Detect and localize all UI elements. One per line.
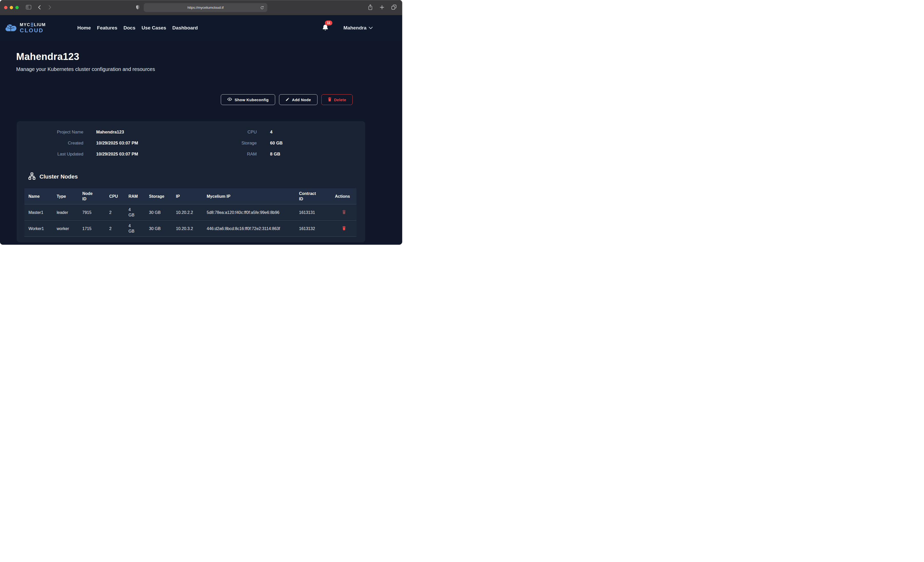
stylized-e-icon: [31, 23, 33, 27]
trash-icon: [328, 97, 332, 102]
created-value: 10/29/2025 03:07 PM: [96, 140, 190, 146]
minimize-window-button[interactable]: [10, 6, 13, 9]
node-storage: 30 GB: [145, 223, 172, 234]
page: MYC LIUM CLOUD Home Features Docs Use Ca…: [0, 15, 402, 245]
notification-count-badge: 11: [325, 21, 332, 25]
page-subtitle: Manage your Kubernetes cluster configura…: [16, 66, 402, 72]
node-storage: 30 GB: [145, 207, 172, 218]
table-row: Master1 leader 7915 2 4 GB 30 GB 10.20.2…: [24, 204, 357, 220]
last-updated-label: Last Updated: [24, 152, 83, 157]
node-id: 7915: [78, 207, 105, 218]
add-node-label: Add Node: [292, 97, 311, 102]
delete-cluster-button[interactable]: Delete: [321, 94, 352, 105]
back-button[interactable]: [37, 4, 42, 11]
tabs-overview-icon: [392, 4, 396, 10]
storage-value: 60 GB: [270, 140, 357, 146]
node-cpu: 2: [105, 207, 124, 218]
eye-icon: [227, 97, 232, 102]
notifications-button[interactable]: 11: [322, 24, 328, 32]
cluster-details-card: Project Name Mahendra123 Created 10/29/2…: [16, 121, 365, 242]
show-kubeconfig-button[interactable]: Show Kubeconfig: [221, 94, 275, 105]
trash-icon: [342, 211, 346, 215]
bell-icon: [322, 28, 328, 32]
url-text: https://myceliumcloud.tf: [188, 6, 224, 9]
sidebar-toggle-button[interactable]: [25, 4, 32, 11]
nav-item-dashboard[interactable]: Dashboard: [172, 25, 198, 31]
project-name-label: Project Name: [24, 130, 83, 135]
node-ram: 4 GB: [124, 221, 145, 236]
brand-word1-post: LIUM: [34, 22, 46, 27]
brand-wordmark: MYC LIUM CLOUD: [20, 22, 46, 33]
col-header-mycelium-ip: Mycelium IP: [202, 191, 295, 202]
col-header-ram: RAM: [124, 191, 145, 202]
nav-item-docs[interactable]: Docs: [124, 25, 135, 31]
node-name: Master1: [24, 207, 52, 218]
cluster-actions: Show Kubeconfig Add Node: [16, 94, 352, 105]
top-navigation: MYC LIUM CLOUD Home Features Docs Use Ca…: [0, 15, 402, 41]
table-row: Worker1 worker 1715 2 4 GB 30 GB 10.20.3…: [24, 220, 357, 236]
node-mycelium-ip: 5d8:78ea:a120:f40c:ff0f:a5fe:99e6:8b96: [202, 207, 295, 218]
last-updated-value: 10/29/2025 03:07 PM: [96, 152, 190, 157]
ram-label: RAM: [190, 152, 257, 157]
col-header-storage: Storage: [145, 191, 172, 202]
nav-item-use-cases[interactable]: Use Cases: [141, 25, 166, 31]
node-mycelium-ip: 446:d2a6:8bcd:8c16:ff0f:72e2:3114:863f: [202, 223, 295, 234]
created-label: Created: [24, 140, 83, 146]
node-type: worker: [52, 223, 78, 234]
user-name: Mahendra: [344, 25, 366, 31]
share-icon: [368, 4, 373, 11]
new-tab-button[interactable]: [379, 4, 385, 11]
brand-logo[interactable]: MYC LIUM CLOUD: [5, 22, 46, 33]
col-header-name: Name: [24, 191, 52, 202]
col-header-node-id: Node ID: [78, 188, 105, 204]
main-content: Mahendra123 Manage your Kubernetes clust…: [0, 15, 402, 242]
ram-value: 8 GB: [270, 152, 357, 157]
node-ram: 4 GB: [124, 205, 145, 220]
browser-window: https://myceliumcloud.tf: [0, 0, 402, 245]
nav-menu: Home Features Docs Use Cases Dashboard: [78, 25, 198, 31]
reload-button[interactable]: [259, 5, 265, 12]
nav-item-features[interactable]: Features: [97, 25, 117, 31]
plus-icon: [380, 5, 384, 10]
cpu-label: CPU: [190, 130, 257, 135]
col-header-contract-id: Contract ID: [295, 188, 331, 204]
back-arrow-icon: [38, 5, 41, 10]
cpu-value: 4: [270, 130, 357, 135]
page-title: Mahendra123: [16, 51, 402, 62]
delete-label: Delete: [334, 97, 346, 102]
url-bar[interactable]: https://myceliumcloud.tf: [144, 3, 267, 12]
brand-word2: CLOUD: [20, 28, 46, 33]
mycelium-cloud-logo-icon: [5, 23, 17, 33]
node-type: leader: [52, 207, 78, 218]
add-node-button[interactable]: Add Node: [279, 94, 318, 105]
privacy-shield-button[interactable]: [135, 4, 141, 12]
node-cpu: 2: [105, 223, 124, 234]
delete-node-button[interactable]: [342, 209, 346, 215]
user-menu[interactable]: Mahendra: [344, 25, 373, 31]
cluster-nodes-icon: [28, 172, 36, 181]
col-header-cpu: CPU: [105, 191, 124, 202]
project-info: Project Name Mahendra123 Created 10/29/2…: [24, 130, 357, 157]
node-contract-id: 1613132: [295, 223, 331, 234]
node-actions: [331, 207, 357, 218]
delete-node-button[interactable]: [342, 226, 346, 232]
zoom-window-button[interactable]: [15, 6, 19, 9]
project-name-value: Mahendra123: [96, 130, 190, 135]
node-ip: 10.20.3.2: [172, 223, 202, 234]
forward-button[interactable]: [48, 4, 52, 11]
col-header-type: Type: [52, 191, 78, 202]
nav-item-home[interactable]: Home: [78, 25, 91, 31]
cluster-nodes-heading: Cluster Nodes: [39, 173, 78, 180]
pencil-icon: [285, 97, 290, 102]
tab-overview-button[interactable]: [390, 4, 398, 12]
brand-word1-pre: MYC: [20, 22, 30, 27]
node-id: 1715: [78, 223, 105, 234]
cluster-nodes-table: Name Type Node ID CPU RAM Storage IP Myc…: [24, 188, 357, 237]
close-window-button[interactable]: [4, 6, 8, 9]
share-button[interactable]: [367, 3, 374, 12]
reload-icon: [260, 6, 264, 11]
shield-icon: [136, 5, 140, 10]
chevron-down-icon: [369, 26, 373, 30]
sidebar-icon: [26, 5, 31, 10]
node-ip: 10.20.2.2: [172, 207, 202, 218]
